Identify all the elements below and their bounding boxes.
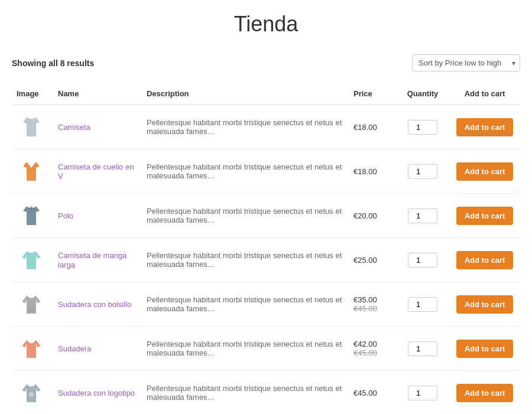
col-header-price: Price [349,83,396,105]
sort-select[interactable]: Sort by Price low to highSort by Price h… [412,54,520,71]
product-image-cell [12,105,53,149]
product-description: Pellentesque habitant morbi tristique se… [142,194,349,238]
product-description: Pellentesque habitant morbi tristique se… [142,149,349,194]
product-image [17,245,46,275]
product-image-cell [12,327,53,371]
products-tbody: CamisetaPellentesque habitant morbi tris… [12,105,520,414]
col-header-quantity: Quantity [396,83,449,105]
product-image-cell [12,282,53,327]
product-price-cell: €42.00€45.00 [349,327,396,371]
product-price: €42.00 [353,340,377,348]
product-name-cell: Sudadera con bolsillo [53,282,142,327]
add-to-cart-button[interactable]: Add to cart [456,384,514,402]
add-to-cart-button[interactable]: Add to cart [456,118,514,136]
product-name-link[interactable]: Camiseta de manga larga [58,251,126,269]
product-name-link[interactable]: Sudadera con logotipo [58,389,135,397]
quantity-input[interactable] [408,386,437,400]
table-row: Sudadera con bolsilloPellentesque habita… [12,282,520,327]
product-add-to-cart-cell: Add to cart [449,149,520,194]
page-container: Tienda Showing all 8 results Sort by Pri… [0,0,532,414]
svg-rect-0 [30,206,33,211]
top-bar: Showing all 8 results Sort by Price low … [12,54,520,71]
page-title: Tienda [12,12,520,37]
table-row: Sudadera con logotipoPellentesque habita… [12,371,520,415]
product-add-to-cart-cell: Add to cart [449,105,520,149]
table-row: CamisetaPellentesque habitant morbi tris… [12,105,520,149]
product-name-cell: Sudadera [53,327,142,371]
product-price-cell: €35.00€45.00 [349,282,396,327]
product-description: Pellentesque habitant morbi tristique se… [142,371,349,415]
product-name-cell: Camiseta [53,105,142,149]
quantity-input[interactable] [408,341,437,356]
product-name-cell: Polo [53,194,142,238]
product-price: €18.00 [353,167,377,176]
results-count: Showing all 8 results [12,58,94,68]
table-row: Camiseta de cuello en VPellentesque habi… [12,149,520,194]
product-name-link[interactable]: Sudadera con bolsillo [58,300,131,309]
product-name-cell: Camiseta de manga larga [53,238,142,282]
col-header-description: Description [142,83,349,105]
add-to-cart-button[interactable]: Add to cart [456,207,514,225]
product-price: €45.00 [353,389,377,397]
product-image [17,157,46,186]
product-image-cell [12,238,53,282]
quantity-input[interactable] [408,297,437,312]
product-image [17,201,46,230]
product-name-link[interactable]: Sudadera [58,344,91,353]
product-add-to-cart-cell: Add to cart [449,371,520,415]
svg-rect-1 [28,308,34,312]
product-description: Pellentesque habitant morbi tristique se… [142,282,349,327]
table-row: SudaderaPellentesque habitant morbi tris… [12,327,520,371]
product-price-cell: €18.00 [349,105,396,149]
product-quantity-cell [396,238,449,282]
product-quantity-cell [396,327,449,371]
product-image [17,112,46,142]
add-to-cart-button[interactable]: Add to cart [456,340,514,358]
product-add-to-cart-cell: Add to cart [449,194,520,238]
product-original-price: €45.00 [353,348,391,357]
sort-wrapper: Sort by Price low to highSort by Price h… [412,54,520,71]
svg-point-2 [29,392,34,397]
product-price: €35.00 [353,295,377,304]
product-price-cell: €45.00 [349,371,396,415]
product-description: Pellentesque habitant morbi tristique se… [142,105,349,149]
product-description: Pellentesque habitant morbi tristique se… [142,238,349,282]
product-original-price: €45.00 [353,304,391,313]
product-price: €25.00 [353,256,377,265]
product-price: €20.00 [353,211,377,220]
product-price-cell: €25.00 [349,238,396,282]
quantity-input[interactable] [408,120,437,135]
product-price: €18.00 [353,123,377,132]
product-add-to-cart-cell: Add to cart [449,327,520,371]
product-name-link[interactable]: Polo [58,211,73,220]
product-image [17,289,46,319]
product-name-link[interactable]: Camiseta de cuello en V [58,162,134,181]
product-quantity-cell [396,371,449,415]
product-price-cell: €18.00 [349,149,396,194]
add-to-cart-button[interactable]: Add to cart [456,162,514,181]
product-name-cell: Sudadera con logotipo [53,371,142,415]
product-add-to-cart-cell: Add to cart [449,282,520,327]
product-image-cell [12,149,53,194]
col-header-name: Name [53,83,142,105]
product-name-link[interactable]: Camiseta [58,123,90,132]
quantity-input[interactable] [408,253,437,268]
product-price-cell: €20.00 [349,194,396,238]
col-header-image: Image [12,83,53,105]
table-header-row: Image Name Description Price Quantity Ad… [12,83,520,105]
add-to-cart-button[interactable]: Add to cart [456,295,514,314]
product-image [17,378,46,408]
product-image-cell [12,371,53,415]
product-add-to-cart-cell: Add to cart [449,238,520,282]
product-description: Pellentesque habitant morbi tristique se… [142,327,349,371]
product-quantity-cell [396,105,449,149]
product-quantity-cell [396,149,449,194]
products-table: Image Name Description Price Quantity Ad… [12,83,520,414]
quantity-input[interactable] [408,164,437,179]
quantity-input[interactable] [408,208,437,223]
add-to-cart-button[interactable]: Add to cart [456,251,514,269]
product-quantity-cell [396,194,449,238]
table-row: Camiseta de manga largaPellentesque habi… [12,238,520,282]
product-quantity-cell [396,282,449,327]
product-name-cell: Camiseta de cuello en V [53,149,142,194]
